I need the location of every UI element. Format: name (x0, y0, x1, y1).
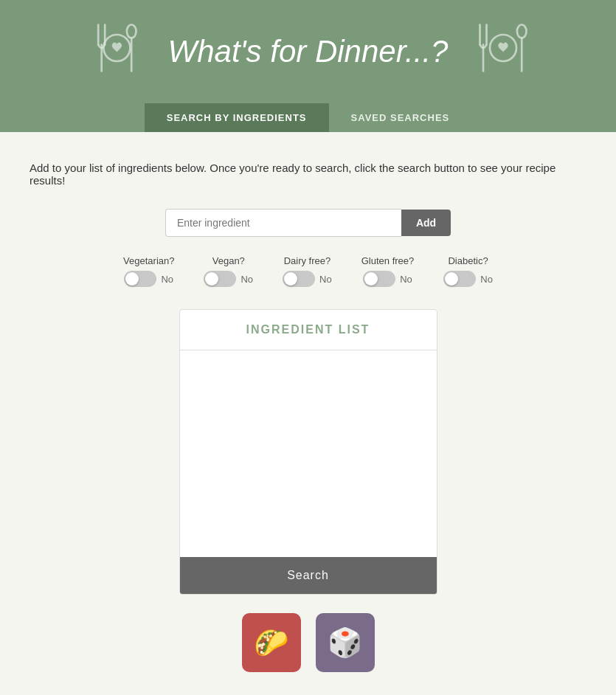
vegan-toggle[interactable] (204, 271, 236, 287)
vegan-toggle-group: Vegan? No (204, 255, 253, 287)
diabetic-switch-row: No (443, 271, 493, 287)
ingredient-input[interactable] (165, 209, 401, 237)
intro-text: Add to your list of ingredients below. O… (30, 162, 586, 187)
gluten-free-switch-row: No (363, 271, 412, 287)
vegetarian-state: No (161, 274, 173, 285)
tab-saved-searches[interactable]: SAVED SEARCHES (329, 103, 472, 132)
dice-emoji: 🎲 (328, 626, 362, 659)
diabetic-label: Diabetic? (448, 255, 488, 266)
dairy-free-toggle-group: Dairy free? No (283, 255, 332, 287)
vegan-state: No (240, 274, 253, 285)
dairy-free-switch-row: No (283, 271, 332, 287)
ingredient-list-header: INGREDIENT LIST (180, 310, 437, 350)
left-cutlery-icon (80, 15, 146, 89)
diabetic-state: No (480, 274, 493, 285)
vegetarian-toggle[interactable] (124, 271, 156, 287)
header-top: What's for Dinner...? (80, 15, 537, 103)
search-button[interactable]: Search (180, 557, 437, 594)
ingredient-input-row: Add (30, 209, 586, 237)
header: What's for Dinner...? (0, 0, 616, 132)
add-ingredient-button[interactable]: Add (401, 210, 451, 236)
dairy-free-state: No (319, 274, 332, 285)
diabetic-toggle[interactable] (443, 271, 476, 287)
taco-emoji: 🌮 (254, 626, 288, 659)
vegetarian-switch-row: No (124, 271, 173, 287)
vegan-label: Vegan? (212, 255, 245, 266)
ingredient-list-box: INGREDIENT LIST Search (179, 309, 437, 595)
vegetarian-label: Vegetarian? (123, 255, 174, 266)
vegetarian-toggle-group: Vegetarian? No (123, 255, 174, 287)
main-content: Add to your list of ingredients below. O… (0, 132, 616, 695)
svg-point-10 (517, 25, 527, 38)
gluten-free-state: No (400, 274, 412, 285)
dairy-free-label: Dairy free? (284, 255, 331, 266)
toggles-row: Vegetarian? No Vegan? No Dairy free? No … (30, 255, 586, 287)
gluten-free-label: Gluten free? (361, 255, 415, 266)
dairy-free-toggle[interactable] (283, 271, 315, 287)
ingredient-list-body (180, 350, 437, 557)
app-title: What's for Dinner...? (168, 34, 449, 69)
dice-icon-button[interactable]: 🎲 (316, 613, 375, 672)
right-cutlery-icon (470, 15, 536, 89)
gluten-free-toggle[interactable] (363, 271, 395, 287)
bottom-icons: 🌮 🎲 (30, 613, 586, 672)
gluten-free-toggle-group: Gluten free? No (361, 255, 415, 287)
taco-icon-button[interactable]: 🌮 (242, 613, 301, 672)
diabetic-toggle-group: Diabetic? No (443, 255, 493, 287)
tab-search-by-ingredients[interactable]: SEARCH BY INGREDIENTS (145, 103, 329, 132)
vegan-switch-row: No (204, 271, 253, 287)
svg-point-4 (126, 25, 136, 38)
nav-tabs: SEARCH BY INGREDIENTS SAVED SEARCHES (0, 103, 616, 132)
